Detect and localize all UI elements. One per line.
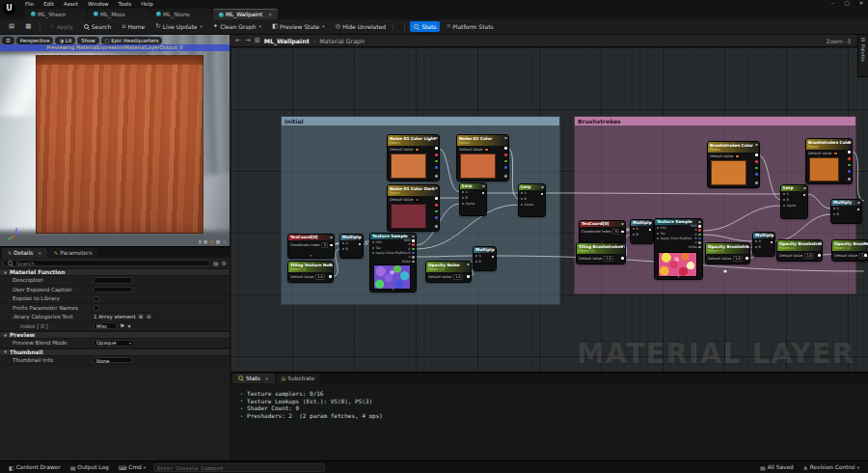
collapse-icon[interactable]: [541, 186, 543, 188]
clean-graph-button[interactable]: ✦Clean Graph▾: [209, 21, 265, 32]
chevron-down-icon[interactable]: ▾: [857, 465, 859, 470]
section-header-thumbnail[interactable]: ▼Thumbnail: [0, 348, 230, 356]
asset-tab-ml_moss[interactable]: ML_Moss: [88, 9, 149, 19]
node-brushstrokes-color-02[interactable]: Brushstrokes Color 02ParamDefault Value: [806, 139, 852, 183]
output-pin-b[interactable]: [435, 216, 438, 219]
output-pin-r[interactable]: [848, 157, 851, 160]
input-pin-a[interactable]: [342, 242, 344, 244]
output-pin-r[interactable]: [504, 153, 507, 156]
platform-stats-button[interactable]: ⌗Platform Stats: [443, 21, 497, 32]
all-saved-button[interactable]: ▤All Saved: [756, 462, 798, 472]
collapse-icon[interactable]: [482, 185, 484, 187]
output-pin[interactable]: [818, 254, 821, 257]
node-texture-sample-2[interactable]: Texture SampleUVsTexApply View MipBiasRG…: [655, 219, 702, 279]
output-pin-a[interactable]: [504, 175, 507, 178]
collapse-icon[interactable]: [857, 202, 859, 204]
input-pin-b[interactable]: [833, 213, 835, 215]
checkbox[interactable]: [94, 305, 99, 311]
output-pin[interactable]: [649, 229, 652, 232]
input-pin-apply-view-mipbias[interactable]: [372, 252, 374, 254]
input-pin-a[interactable]: [633, 228, 635, 230]
output-pin-r[interactable]: [435, 204, 438, 207]
asset-tab-ml_stone[interactable]: ML_Stone: [150, 9, 212, 19]
output-pin-b[interactable]: [848, 170, 851, 173]
input-pin-uvs[interactable]: [372, 241, 374, 243]
input-pin-b[interactable]: [342, 248, 344, 250]
output-pin[interactable]: [492, 256, 495, 259]
viewport-menu-button[interactable]: ☰: [2, 37, 14, 44]
close-icon[interactable]: ✕: [38, 251, 41, 256]
preview-viewport[interactable]: Previewing MaterialExpressionMaterialLay…: [0, 35, 230, 246]
output-pin[interactable]: [482, 192, 485, 195]
save-button[interactable]: ▤: [5, 21, 18, 32]
output-pin[interactable]: [467, 275, 470, 278]
collapse-icon[interactable]: [698, 221, 700, 223]
node-opacity-brushstrokes-3[interactable]: Opacity BrushstrokeParam (1)Default Valu…: [832, 240, 868, 261]
node-lerp-3[interactable]: LerpABAlpha: [781, 185, 807, 218]
input-pin-alpha[interactable]: [462, 203, 464, 205]
collapse-icon[interactable]: [848, 141, 850, 143]
node-multiply-3[interactable]: MultiplyAB: [631, 220, 653, 243]
viewport-button-perspective[interactable]: Perspective: [16, 37, 54, 44]
output-pin-a[interactable]: [848, 178, 851, 181]
output-pin-b[interactable]: [698, 237, 701, 240]
collapse-icon[interactable]: [467, 264, 469, 265]
forward-icon[interactable]: →: [245, 38, 251, 44]
input-pin-a[interactable]: [833, 208, 835, 209]
collapse-icon[interactable]: [330, 236, 332, 238]
output-pin-g[interactable]: [755, 167, 758, 170]
output-pin[interactable]: [857, 209, 860, 211]
default-value-box[interactable]: 1.0: [804, 253, 815, 259]
expand-chevron-icon[interactable]: ▾: [311, 255, 312, 259]
revision-control-button[interactable]: ⋔Revision Control▾: [800, 462, 863, 472]
home-button[interactable]: ⌂Home: [118, 21, 149, 32]
default-value-box[interactable]: 1.0: [453, 274, 464, 280]
output-pin-g[interactable]: [698, 234, 701, 236]
color-swatch[interactable]: [711, 160, 746, 185]
chevron-down-icon[interactable]: ▾: [144, 465, 146, 470]
save-settings-icon[interactable]: ▤: [213, 260, 219, 266]
color-swatch[interactable]: [391, 204, 426, 229]
input-pin-uvs[interactable]: [657, 227, 659, 229]
node-tiling-texture-noise[interactable]: Tiling Texture NoiseParam (1)Default Val…: [288, 262, 333, 282]
output-pin[interactable]: [621, 257, 624, 260]
default-value-swatch[interactable]: [484, 148, 489, 152]
output-pin[interactable]: [803, 194, 806, 197]
input-pin-a[interactable]: [755, 240, 757, 242]
node-multiply-4[interactable]: MultiplyAB: [753, 233, 774, 256]
node-opacity-brushstrokes[interactable]: Opacity BrushstrokesParam (1)Default Val…: [706, 243, 749, 264]
output-pin-g[interactable]: [504, 160, 507, 163]
output-pin-a[interactable]: [698, 241, 701, 244]
output-pin-g[interactable]: [848, 164, 851, 167]
color-swatch[interactable]: [391, 153, 426, 179]
node-texcoord-1[interactable]: TexCoord[0]Coordinate Index0▾: [288, 235, 334, 258]
input-pin-a[interactable]: [462, 191, 464, 193]
asset-tab-ml_sheen[interactable]: ML_Sheen: [25, 9, 87, 19]
input-pin-apply-view-mipbias[interactable]: [657, 237, 659, 239]
node-noise-02-color[interactable]: Noise 02 ColorParamDefault Value: [457, 135, 508, 181]
node-noise-01-color-dark[interactable]: Noise 01 Color DarkParamDefault Value: [388, 185, 439, 231]
node-lerp-2[interactable]: LerpABAlpha: [519, 184, 545, 216]
input-pin-alpha[interactable]: [521, 204, 523, 206]
collapse-icon[interactable]: [649, 222, 651, 224]
output-pin[interactable]: [771, 241, 773, 244]
text-field[interactable]: [94, 277, 132, 284]
expand-chevron-icon[interactable]: ▾: [678, 276, 680, 280]
menu-file[interactable]: File: [21, 0, 38, 8]
close-icon[interactable]: ✕: [264, 12, 272, 17]
output-pin-rgb[interactable]: [504, 147, 507, 150]
collapse-icon[interactable]: [621, 245, 623, 247]
section-header-material-function[interactable]: ▼Material Function: [0, 268, 230, 276]
output-pin-r[interactable]: [412, 243, 415, 246]
close-button[interactable]: ✕: [856, 0, 866, 6]
menu-help[interactable]: Help: [137, 0, 157, 8]
text-field[interactable]: None: [94, 357, 132, 364]
section-header-preview[interactable]: ▼Preview: [0, 331, 230, 339]
input-pin-b[interactable]: [475, 261, 477, 263]
output-pin-rgba[interactable]: [412, 261, 415, 264]
collapse-icon[interactable]: [492, 249, 494, 251]
shape-plane-button[interactable]: ▭: [209, 239, 214, 244]
output-pin-rgb[interactable]: [435, 147, 438, 150]
minimize-button[interactable]: –: [827, 0, 837, 6]
shape-teapot-button[interactable]: ♨: [223, 239, 227, 244]
